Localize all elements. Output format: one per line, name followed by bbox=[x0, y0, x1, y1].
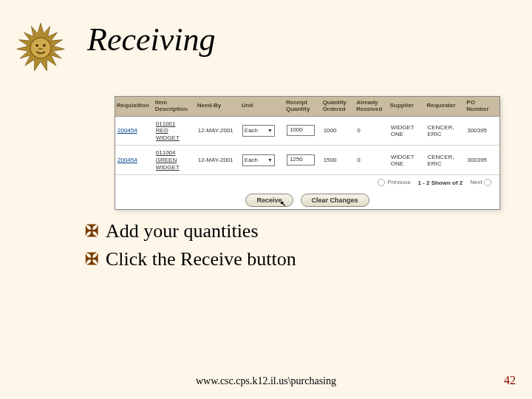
supplier-cell: WIDGET ONE bbox=[389, 116, 426, 146]
col-unit: Unit bbox=[240, 97, 284, 116]
need-by-cell: 12-MAY-2001 bbox=[196, 116, 240, 146]
footer-url: www.csc.cps.k12.il.us\purchasing bbox=[0, 375, 532, 387]
clear-changes-button[interactable]: Clear Changes bbox=[301, 194, 369, 207]
receiving-table: Requisition Item Description Need-By Uni… bbox=[115, 97, 499, 175]
item-description-link[interactable]: 011001 RED WIDGET bbox=[154, 116, 196, 146]
sun-decoration-icon bbox=[15, 22, 66, 74]
maltese-cross-icon: ✠ bbox=[85, 223, 98, 239]
col-qty-ordered: Quantity Ordered bbox=[321, 97, 355, 116]
receipt-qty-input[interactable]: 1250 bbox=[287, 154, 315, 166]
po-number-cell: 300395 bbox=[465, 116, 499, 146]
receiving-table-screenshot: Requisition Item Description Need-By Uni… bbox=[115, 96, 500, 210]
col-item-desc: Item Description bbox=[154, 97, 196, 116]
page-title: Receiving bbox=[87, 21, 215, 58]
col-requisition: Requisition bbox=[115, 97, 154, 116]
receipt-qty-input[interactable]: 1000 bbox=[287, 125, 315, 136]
need-by-cell: 12-MAY-2001 bbox=[196, 146, 240, 175]
svg-point-1 bbox=[30, 38, 51, 58]
requisition-link[interactable]: 200454 bbox=[117, 127, 137, 134]
supplier-cell: WIDGET ONE bbox=[389, 146, 426, 175]
requester-cell: CENCER, ERIC bbox=[425, 116, 465, 146]
qty-ordered-cell: 1500 bbox=[321, 146, 355, 175]
previous-link[interactable]: Previous bbox=[378, 179, 410, 186]
next-link[interactable]: Next bbox=[470, 179, 494, 186]
bullet-text: Add your quantities bbox=[106, 220, 259, 242]
col-supplier: Supplier bbox=[389, 97, 426, 116]
already-received-cell: 0 bbox=[355, 146, 389, 175]
col-receipt-qty: Receipt Quantity bbox=[284, 97, 321, 116]
unit-select[interactable]: Each ▼ bbox=[242, 125, 275, 137]
page-number: 42 bbox=[504, 374, 516, 387]
col-po-number: PO Number bbox=[465, 97, 499, 116]
qty-ordered-cell: 1000 bbox=[321, 116, 355, 146]
col-already-received: Already Received bbox=[355, 97, 389, 116]
requester-cell: CENCER, ERIC bbox=[425, 146, 465, 175]
col-requester: Requester bbox=[425, 97, 465, 116]
item-description-link[interactable]: 011004 GREEN WIDGET bbox=[154, 146, 196, 175]
pager: Previous 1 - 2 Shown of 2 Next bbox=[115, 175, 499, 189]
bullet-list: ✠ Add your quantities ✠ Click the Receiv… bbox=[85, 220, 296, 276]
svg-point-3 bbox=[43, 44, 46, 47]
table-row: 200454 011004 GREEN WIDGET 12-MAY-2001 E… bbox=[115, 146, 499, 175]
unit-select[interactable]: Each ▼ bbox=[242, 154, 275, 166]
maltese-cross-icon: ✠ bbox=[85, 251, 98, 267]
chevron-down-icon: ▼ bbox=[267, 157, 273, 163]
list-item: ✠ Add your quantities bbox=[85, 220, 296, 242]
requisition-link[interactable]: 200454 bbox=[117, 157, 137, 163]
chevron-down-icon: ▼ bbox=[267, 128, 273, 133]
already-received-cell: 0 bbox=[355, 116, 389, 146]
col-need-by: Need-By bbox=[196, 97, 240, 116]
list-item: ✠ Click the Receive button bbox=[85, 248, 296, 270]
receive-button[interactable]: Receive ↖ bbox=[245, 194, 293, 207]
table-row: 200454 011001 RED WIDGET 12-MAY-2001 Eac… bbox=[115, 116, 499, 146]
svg-point-2 bbox=[35, 44, 38, 47]
po-number-cell: 300395 bbox=[465, 146, 499, 175]
pager-shown-text: 1 - 2 Shown of 2 bbox=[417, 180, 463, 186]
bullet-text: Click the Receive button bbox=[106, 248, 296, 270]
